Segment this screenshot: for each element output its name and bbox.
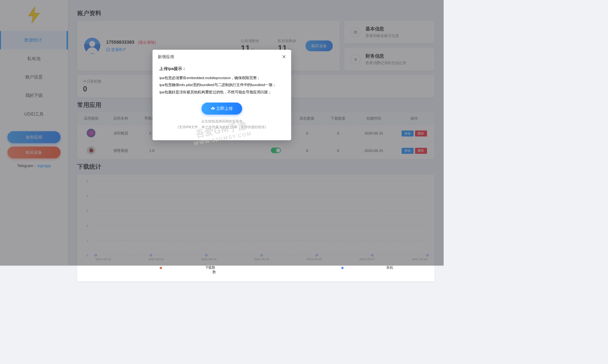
close-icon[interactable]: ✕ xyxy=(282,54,286,60)
modal-title: 新增应用 xyxy=(158,54,174,60)
tip-line: ipa包最好是没有被其他机构重签过的包，不然可能会导致应用闪退； xyxy=(159,89,284,96)
app-root: 数据统计 私有池 账户设置 我的下级 UDID工具 发布应用 购买设备 Tele… xyxy=(0,0,444,266)
tip-line: ipa包里必须要有embedded.mobileprovision，确保权限完整… xyxy=(159,75,284,82)
cloud-upload-icon xyxy=(211,106,215,110)
upload-tip-title: 上传ipa提示： xyxy=(159,66,284,72)
add-app-modal: 新增应用 ✕ 上传ipa提示： ipa包里必须要有embedded.mobile… xyxy=(153,50,291,140)
tip-line: ipa包里确保info.plist里的bundleid与二进制执行文件中的bun… xyxy=(159,82,284,89)
chart-legend: 下载数 装机数 xyxy=(84,266,428,274)
upload-hint: (支持IPA文件，单个文件最大支持 2GB，支持快捷后续传) xyxy=(159,124,284,130)
upload-hint: 点击按钮选择应用的安装包 xyxy=(159,119,284,124)
modal-overlay[interactable]: 新增应用 ✕ 上传ipa提示： ipa包里必须要有embedded.mobile… xyxy=(0,0,444,266)
upload-button[interactable]: 立即上传 xyxy=(201,103,242,115)
